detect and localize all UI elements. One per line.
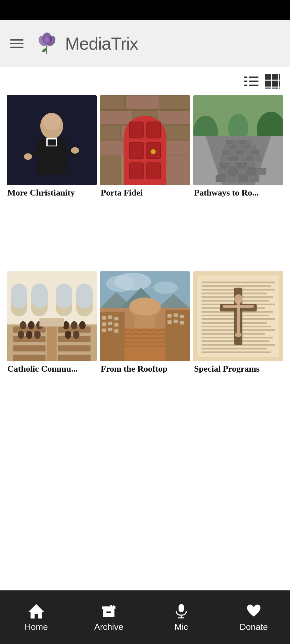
- svg-rect-84: [246, 162, 254, 168]
- svg-rect-152: [174, 319, 178, 323]
- logo-rose-icon: [34, 30, 60, 57]
- svg-point-121: [26, 330, 32, 338]
- list-item[interactable]: From the Rooftop: [100, 271, 190, 444]
- menu-button[interactable]: [10, 39, 23, 48]
- svg-rect-67: [231, 145, 236, 149]
- porta-fidei-label: Porta Fidei: [100, 188, 190, 198]
- svg-rect-110: [58, 345, 90, 351]
- svg-rect-17: [272, 81, 278, 87]
- svg-rect-189: [179, 604, 184, 612]
- list-item[interactable]: Pathways to Ro...: [193, 95, 283, 268]
- status-bar: [0, 0, 290, 20]
- svg-rect-8: [244, 76, 247, 78]
- svg-point-124: [73, 330, 79, 338]
- svg-rect-138: [102, 316, 106, 320]
- svg-rect-125: [39, 318, 64, 326]
- svg-rect-139: [108, 315, 112, 319]
- svg-rect-45: [100, 156, 120, 185]
- svg-rect-81: [220, 162, 228, 168]
- svg-point-129: [153, 281, 178, 294]
- svg-marker-183: [29, 604, 44, 619]
- svg-point-182: [235, 332, 241, 337]
- svg-rect-13: [265, 74, 271, 80]
- svg-rect-53: [130, 163, 143, 179]
- nav-mic[interactable]: Mic: [145, 602, 218, 632]
- svg-rect-88: [247, 168, 256, 174]
- svg-rect-143: [114, 323, 118, 326]
- list-item[interactable]: Catholic Commu...: [7, 271, 97, 444]
- svg-point-4: [45, 37, 49, 42]
- programs-grid: More Christianity: [0, 92, 290, 450]
- svg-rect-151: [167, 320, 172, 324]
- svg-rect-75: [252, 150, 258, 155]
- svg-rect-90: [216, 175, 226, 182]
- list-item[interactable]: Special Programs: [193, 271, 283, 444]
- svg-rect-142: [108, 321, 112, 325]
- svg-rect-168: [201, 322, 267, 324]
- svg-rect-63: [233, 140, 238, 144]
- svg-point-181: [234, 294, 242, 304]
- svg-point-114: [20, 321, 26, 329]
- svg-rect-91: [227, 175, 237, 182]
- svg-rect-71: [223, 150, 229, 155]
- svg-rect-19: [265, 88, 271, 89]
- svg-rect-186: [106, 611, 111, 613]
- svg-rect-70: [250, 145, 256, 149]
- list-item[interactable]: More Christianity: [7, 95, 97, 268]
- svg-rect-93: [249, 175, 259, 182]
- list-item[interactable]: Porta Fidei: [100, 95, 190, 268]
- svg-rect-76: [221, 156, 229, 161]
- svg-point-118: [71, 321, 77, 329]
- svg-rect-158: [201, 285, 271, 287]
- svg-rect-51: [130, 142, 143, 159]
- svg-rect-78: [238, 156, 245, 161]
- nav-archive-label: Archive: [94, 622, 124, 632]
- catholic-community-image: [7, 271, 97, 361]
- svg-rect-36: [100, 110, 133, 125]
- svg-rect-97: [11, 283, 27, 308]
- svg-rect-175: [201, 347, 267, 349]
- more-christianity-image: [7, 95, 97, 185]
- svg-rect-77: [229, 156, 237, 161]
- svg-rect-39: [100, 125, 120, 140]
- svg-rect-146: [114, 329, 118, 332]
- svg-rect-145: [108, 328, 112, 331]
- svg-point-55: [151, 149, 156, 154]
- svg-rect-64: [239, 140, 245, 144]
- svg-rect-101: [76, 283, 93, 308]
- svg-rect-147: [165, 310, 190, 361]
- grid-view-button[interactable]: [265, 74, 280, 89]
- nav-donate-label: Donate: [240, 622, 268, 632]
- svg-rect-14: [272, 74, 278, 80]
- logo-area: MediaTrix: [34, 30, 138, 57]
- nav-home[interactable]: Home: [0, 602, 72, 632]
- pathways-label: Pathways to Ro...: [193, 188, 283, 198]
- svg-rect-111: [13, 355, 45, 361]
- svg-rect-148: [167, 314, 172, 317]
- special-programs-image: [193, 271, 283, 361]
- svg-rect-20: [272, 88, 278, 89]
- svg-rect-188: [110, 605, 112, 608]
- svg-rect-150: [180, 315, 184, 318]
- svg-rect-65: [246, 140, 251, 144]
- heart-icon: [245, 602, 262, 619]
- svg-point-120: [18, 330, 24, 338]
- svg-rect-141: [102, 322, 106, 326]
- list-view-button[interactable]: [244, 74, 258, 89]
- svg-rect-80: [254, 156, 261, 161]
- svg-point-24: [43, 114, 61, 130]
- nav-archive[interactable]: Archive: [72, 602, 145, 632]
- nav-donate[interactable]: Donate: [218, 602, 290, 632]
- svg-point-31: [71, 147, 79, 154]
- app-header: MediaTrix: [0, 20, 290, 67]
- svg-point-122: [34, 330, 41, 338]
- svg-rect-113: [47, 324, 56, 361]
- svg-rect-74: [245, 150, 251, 155]
- archive-icon: [100, 602, 117, 619]
- svg-rect-68: [237, 145, 243, 149]
- pathways-image: [193, 95, 283, 185]
- svg-rect-11: [249, 85, 258, 86]
- svg-rect-12: [244, 85, 247, 86]
- svg-point-136: [130, 297, 161, 315]
- svg-rect-79: [246, 156, 253, 161]
